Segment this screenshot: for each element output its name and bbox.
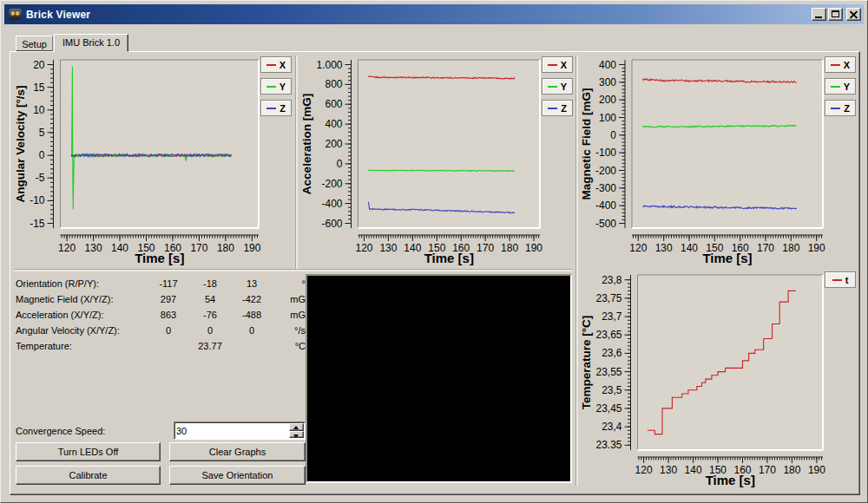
- legend-label: t: [845, 275, 849, 285]
- temperature-unit: °C: [273, 341, 306, 351]
- legend-item-X[interactable]: X: [825, 56, 856, 73]
- angular-velocity-label: Angular Velocity (X/Y/Z):: [16, 325, 148, 336]
- save-orientation-button[interactable]: Save Orientation: [169, 466, 306, 485]
- orientation-row: Orientation (R/P/Y): -117 -18 13 °: [16, 276, 306, 291]
- y-tick-label: -10: [30, 194, 45, 206]
- y-tick-label: 23,55: [595, 366, 621, 378]
- y-axis: [625, 275, 631, 450]
- spin-up-button[interactable]: [289, 423, 304, 431]
- y-tick-label: 23.35: [595, 439, 621, 451]
- convergence-speed-input[interactable]: [176, 423, 286, 438]
- maximize-button[interactable]: [828, 8, 843, 21]
- legend-line-icon: [831, 86, 840, 88]
- legend-line-icon: [548, 64, 557, 66]
- x-tick-label: 130: [660, 464, 677, 476]
- magnetic-field-label: Magnetic Field (X/Y/Z):: [16, 294, 148, 304]
- angular-velocity-row: Angular Velocity (X/Y/Z): 0 0 0 °/s: [16, 323, 306, 338]
- orientation-unit: °: [273, 278, 306, 289]
- x-tick-label: 190: [808, 242, 825, 254]
- legend: XYZ: [542, 56, 575, 121]
- calibrate-button[interactable]: Calibrate: [16, 466, 161, 485]
- y-tick-label: 300: [599, 76, 616, 88]
- x-tick-label: 120: [355, 242, 372, 254]
- acceleration-unit: mG: [273, 310, 306, 320]
- legend-line-icon: [831, 108, 840, 109]
- magnetic-field-y: 54: [189, 294, 231, 304]
- x-tick-label: 180: [217, 242, 234, 254]
- x-tick-label: 130: [655, 242, 673, 254]
- legend-item-Y[interactable]: Y: [260, 78, 292, 95]
- plot-canvas: [638, 275, 824, 450]
- splitter-vertical-1[interactable]: [295, 56, 298, 269]
- tab-imu-brick[interactable]: IMU Brick 1.0: [54, 34, 128, 52]
- x-axis: [638, 457, 824, 463]
- x-tick-label: 120: [635, 464, 653, 476]
- turn-leds-off-button[interactable]: Turn LEDs Off: [16, 442, 161, 461]
- y-axis: [345, 60, 352, 228]
- x-tick-label: 180: [782, 242, 799, 254]
- title-bar[interactable]: Brick Viewer: [4, 4, 864, 24]
- y-tick-label: 23,6: [602, 347, 622, 359]
- acceleration-row: Acceleration (X/Y/Z): 863 -76 -488 mG: [16, 307, 306, 323]
- legend-line-icon: [548, 108, 557, 109]
- legend: t: [825, 271, 858, 293]
- tab-setup[interactable]: Setup: [16, 36, 53, 51]
- close-button[interactable]: [846, 8, 861, 21]
- x-tick-label: 140: [685, 464, 702, 476]
- magnetic-field-chart: 4003002001000-100-200-300-400-5001201301…: [580, 56, 858, 269]
- x-tick-label: 170: [759, 464, 776, 476]
- tab-content-pane: 20151050-5-10-15120130140150160170180190…: [10, 51, 860, 495]
- y-tick-label: -400: [595, 199, 616, 212]
- app-icon: [9, 9, 22, 20]
- y-tick-label: 23,75: [595, 292, 621, 304]
- acceleration-x: 863: [148, 310, 189, 320]
- close-icon: [847, 9, 860, 20]
- minimize-button[interactable]: [812, 8, 826, 21]
- y-axis-title: Acceleration [mG]: [300, 94, 313, 194]
- minimize-icon: [815, 16, 822, 18]
- legend-item-X[interactable]: X: [542, 56, 573, 73]
- legend-item-Z[interactable]: Z: [260, 100, 292, 116]
- legend-label: Z: [279, 103, 286, 114]
- y-axis: [48, 60, 54, 228]
- x-tick-label: 190: [808, 464, 825, 476]
- legend-item-Z[interactable]: Z: [542, 100, 573, 116]
- legend-line-icon: [548, 86, 557, 88]
- legend-label: Z: [844, 103, 850, 114]
- acceleration-label: Acceleration (X/Y/Z):: [16, 310, 148, 320]
- y-tick-label: 23,45: [595, 402, 621, 415]
- x-axis-title: Time [s]: [424, 251, 474, 265]
- legend-item-Y[interactable]: Y: [542, 78, 573, 95]
- legend-line-icon: [266, 64, 276, 66]
- plot-canvas: [632, 60, 823, 228]
- y-tick-label: 200: [325, 138, 342, 150]
- y-tick-label: 0: [610, 129, 616, 141]
- acceleration-z: -488: [231, 310, 273, 320]
- splitter-horizontal[interactable]: [14, 269, 573, 271]
- y-tick-label: 600: [325, 98, 342, 110]
- legend-item-t[interactable]: t: [825, 271, 856, 288]
- orientation-3d-view[interactable]: [306, 274, 572, 483]
- legend: XYZ: [825, 56, 858, 121]
- x-tick-label: 190: [525, 242, 542, 254]
- legend-item-X[interactable]: X: [260, 56, 292, 73]
- y-tick-label: 23,4: [602, 421, 622, 433]
- legend: XYZ: [260, 56, 293, 121]
- legend-item-Z[interactable]: Z: [825, 100, 856, 116]
- legend-label: X: [844, 60, 850, 70]
- convergence-speed-spinbox[interactable]: [174, 421, 306, 440]
- x-axis: [358, 235, 541, 241]
- legend-item-Y[interactable]: Y: [825, 78, 856, 95]
- y-tick-label: 23,5: [602, 384, 622, 396]
- y-tick-label: 1.000: [316, 59, 342, 71]
- x-axis-title: Time [s]: [135, 251, 184, 265]
- spin-down-button[interactable]: [289, 431, 304, 439]
- splitter-vertical-2[interactable]: [575, 56, 578, 486]
- x-tick-label: 190: [243, 242, 260, 254]
- legend-label: Y: [561, 82, 567, 92]
- clear-graphs-button[interactable]: Clear Graphs: [169, 442, 306, 461]
- y-tick-label: 23,65: [595, 329, 621, 341]
- y-tick-label: 15: [33, 82, 45, 94]
- maximize-icon: [832, 10, 839, 17]
- y-tick-label: -400: [321, 198, 342, 210]
